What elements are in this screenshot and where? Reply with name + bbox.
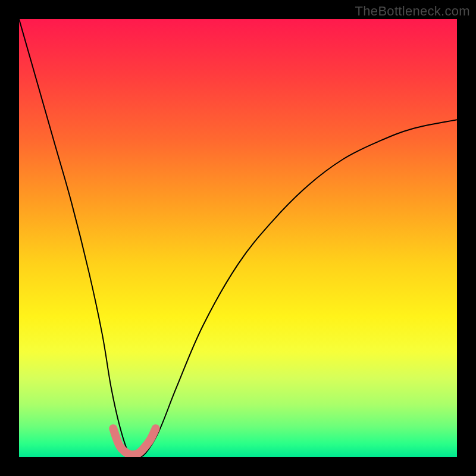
bottleneck-highlight-path [113, 428, 155, 455]
chart-svg [19, 19, 457, 457]
watermark-text: TheBottleneck.com [355, 4, 470, 19]
bottleneck-curve-path [19, 19, 457, 457]
chart-frame: TheBottleneck.com [0, 0, 476, 476]
plot-area [19, 19, 457, 457]
